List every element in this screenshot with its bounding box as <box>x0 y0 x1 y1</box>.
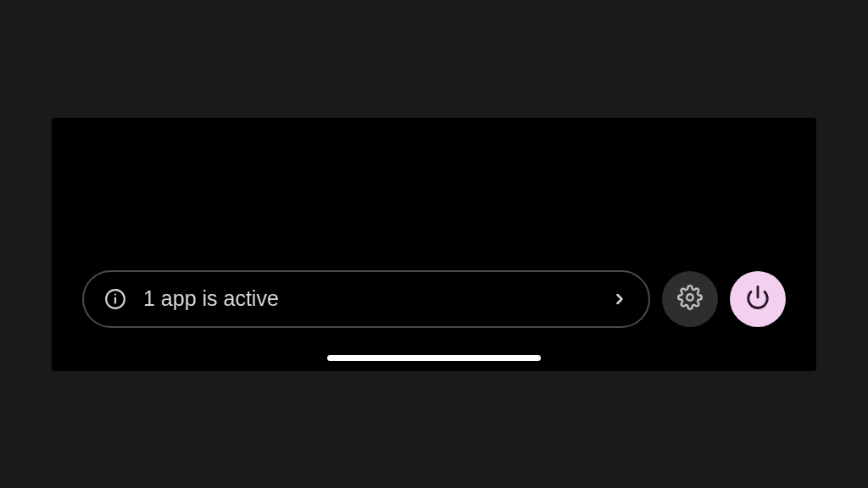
footer-row: 1 app is active <box>52 270 816 350</box>
quick-settings-panel: 1 app is active <box>52 118 816 371</box>
settings-button[interactable] <box>662 271 718 327</box>
navigation-handle[interactable] <box>327 355 541 361</box>
svg-point-3 <box>687 294 693 301</box>
power-icon <box>745 285 771 313</box>
svg-point-2 <box>114 293 116 295</box>
power-button[interactable] <box>730 271 786 327</box>
info-icon <box>104 288 126 310</box>
chevron-right-icon <box>611 291 628 308</box>
gear-icon <box>677 285 703 313</box>
active-apps-label: 1 app is active <box>143 286 594 311</box>
active-apps-button[interactable]: 1 app is active <box>82 270 650 328</box>
